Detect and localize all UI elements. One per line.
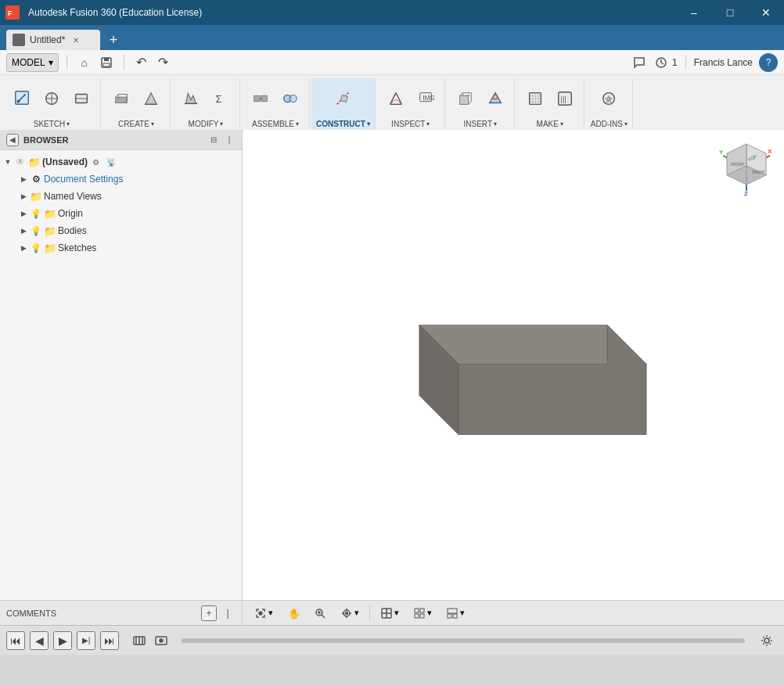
pan-button[interactable]: ✋ [282,604,305,623]
modify-tool-2[interactable]: Σ [207,83,235,114]
tree-item-doc-settings[interactable]: ▶ ⚙ Document Settings [0,171,242,188]
modify-label[interactable]: MODIFY ▾ [189,118,224,130]
assemble-tool-1[interactable] [246,83,275,114]
create-label[interactable]: CREATE ▾ [118,118,154,130]
play-button[interactable]: ▶ [53,631,72,650]
redo-button[interactable]: ↷ [154,53,173,72]
add-comment-button[interactable]: + [201,605,217,621]
separator-3 [685,55,686,70]
modify-group: Σ MODIFY ▾ [172,78,240,130]
create-dropdown-arrow: ▾ [151,120,154,128]
svg-text:RIGHT: RIGHT [753,170,765,174]
assemble-label[interactable]: ASSEMBLE ▾ [252,118,299,130]
root-expand-arrow[interactable]: ▼ [3,157,13,167]
minimize-button[interactable]: – [676,0,712,25]
insert-label[interactable]: INSERT ▾ [464,118,498,130]
save-button[interactable] [97,53,116,72]
construct-group: CONSTRUCT ▾ [311,78,376,130]
last-frame-button[interactable]: ⏭ [100,631,119,650]
restore-button[interactable]: □ [712,0,748,25]
inspect-icons: IMG [382,78,440,118]
inspect-tool-2[interactable]: IMG [412,83,440,114]
sketch-tool-3[interactable] [67,83,95,114]
display-mode-button[interactable]: ▾ [375,604,405,623]
doc-settings-expand[interactable]: ▶ [19,174,28,184]
document-tab[interactable]: Untitled* ✕ [6,30,100,50]
assemble-tool-2[interactable] [276,83,304,114]
timeline[interactable] [182,638,745,643]
doc-settings-label: Document Settings [44,174,123,185]
playback-settings-button[interactable] [756,630,778,652]
tree-item-bodies[interactable]: ▶ 💡 📁 Bodies [0,222,242,239]
inspect-label[interactable]: INSPECT ▾ [391,118,430,130]
chat-button[interactable] [630,53,649,72]
insert-group: ↓ INSERT ▾ [447,78,515,130]
browser-controls: ⊟ | [207,134,236,146]
model-dropdown-arrow: ▾ [49,57,53,68]
create-tool-2[interactable] [137,83,165,114]
insert-tool-2[interactable] [481,83,509,114]
look-at-button[interactable]: ▾ [335,604,365,623]
sketch-tool-2[interactable] [38,83,66,114]
create-sketch-button[interactable] [8,83,36,114]
titlebar: F Autodesk Fusion 360 (Education License… [0,0,784,25]
insert-tool-1[interactable]: ↓ [451,83,480,114]
construct-label[interactable]: CONSTRUCT ▾ [316,118,370,130]
svg-text:Y: Y [719,149,724,156]
sketch-label[interactable]: SKETCH ▾ [34,118,70,130]
root-eye-icon: 👁 [14,156,27,168]
addins-label[interactable]: ADD-INS ▾ [591,118,628,130]
origin-folder-icon: 📁 [44,207,56,220]
close-button[interactable]: ✕ [748,0,784,25]
first-frame-button[interactable]: ⏮ [6,631,25,650]
tree-item-root[interactable]: ▼ 👁 📁 (Unsaved) ⚙ 📡 [0,153,242,171]
svg-text:✋: ✋ [288,607,300,620]
browser-options-button[interactable]: ⊟ [207,134,220,146]
make-tool-2[interactable]: ||| [551,83,579,114]
browser-collapse-button[interactable]: ◀ [6,134,19,146]
svg-rect-25 [341,95,348,102]
user-area: 1 [655,56,678,69]
construct-tool-1[interactable] [329,83,357,114]
tree-item-named-views[interactable]: ▶ 📁 Named Views [0,188,242,205]
viewport-layout-button[interactable]: ▾ [441,604,470,623]
bodies-expand[interactable]: ▶ [19,226,28,235]
frame-icon[interactable] [130,631,149,650]
inspect-tool-1[interactable] [382,83,410,114]
fit-view-button[interactable]: ▾ [249,604,279,623]
next-frame-button[interactable]: ▶| [77,631,95,650]
tree-item-origin[interactable]: ▶ 💡 📁 Origin [0,205,242,222]
origin-expand[interactable]: ▶ [19,209,28,218]
modify-tool-1[interactable] [177,83,205,114]
tab-close-button[interactable]: ✕ [70,34,82,46]
doc-settings-icon: ⚙ [30,173,42,185]
sketches-expand[interactable]: ▶ [19,243,28,253]
viewport[interactable]: TOP FRONT RIGHT X Y Z [243,130,784,600]
extrude-button[interactable] [107,83,135,114]
named-views-expand[interactable]: ▶ [19,192,28,201]
svg-text:Z: Z [744,190,748,197]
new-tab-button[interactable]: + [103,30,124,50]
svg-rect-83 [420,614,424,618]
model-selector[interactable]: MODEL ▾ [6,53,59,72]
zoom-button[interactable] [308,604,332,623]
undo-button[interactable]: ↶ [132,53,151,72]
home-button[interactable]: ⌂ [75,53,94,72]
tree-item-sketches[interactable]: ▶ 💡 📁 Sketches [0,239,242,257]
svg-rect-21 [261,95,267,101]
make-label[interactable]: MAKE ▾ [537,118,563,130]
viewcube[interactable]: TOP FRONT RIGHT X Y Z [715,136,778,199]
prev-frame-button[interactable]: ◀ [30,631,49,650]
svg-text:|||: ||| [560,95,566,102]
keyframe-icon[interactable] [152,631,171,650]
construct-icons [329,78,357,118]
make-tool-1[interactable] [521,83,549,114]
comments-area: COMMENTS + | [0,601,243,626]
svg-point-65 [259,612,262,615]
origin-eye-icon: 💡 [30,207,42,220]
grid-button[interactable]: ▾ [408,604,437,623]
toolbar-main: SKETCH ▾ CREATE [0,75,784,130]
addins-tool-1[interactable] [595,83,623,114]
user-name[interactable]: Francis Lance [694,57,753,68]
help-button[interactable]: ? [759,53,778,72]
